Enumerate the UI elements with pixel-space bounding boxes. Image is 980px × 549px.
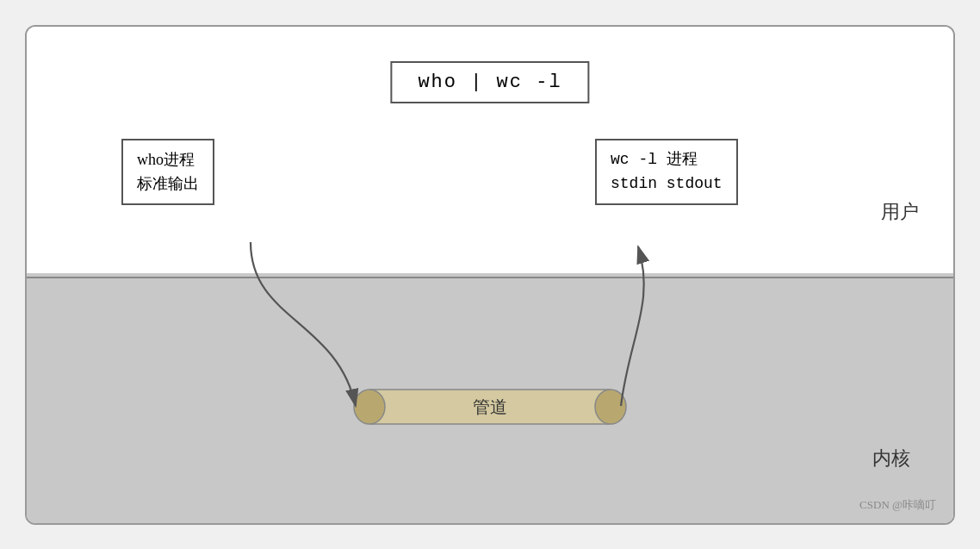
who-process-box: who进程 标准输出 bbox=[121, 139, 214, 206]
who-process-title: who进程 bbox=[137, 147, 199, 172]
wc-process-box: wc -l 进程 stdin stdout bbox=[595, 139, 738, 206]
kernel-label: 内核 bbox=[872, 446, 910, 471]
svg-point-1 bbox=[354, 390, 385, 424]
wc-process-title: wc -l 进程 bbox=[611, 147, 723, 172]
command-text: who | wc -l bbox=[418, 72, 561, 93]
command-box: who | wc -l bbox=[390, 61, 589, 103]
svg-point-2 bbox=[595, 390, 626, 424]
who-process-subtitle: 标准输出 bbox=[137, 172, 199, 197]
pipe-visual: 管道 bbox=[344, 377, 636, 437]
wc-process-subtitle: stdin stdout bbox=[611, 172, 723, 197]
svg-text:管道: 管道 bbox=[473, 397, 507, 416]
watermark: CSDN @咔嘀叮 bbox=[859, 497, 936, 513]
user-label: 用户 bbox=[881, 199, 919, 225]
divider bbox=[27, 277, 953, 278]
main-diagram: who | wc -l who进程 标准输出 wc -l 进程 stdin st… bbox=[25, 25, 955, 525]
